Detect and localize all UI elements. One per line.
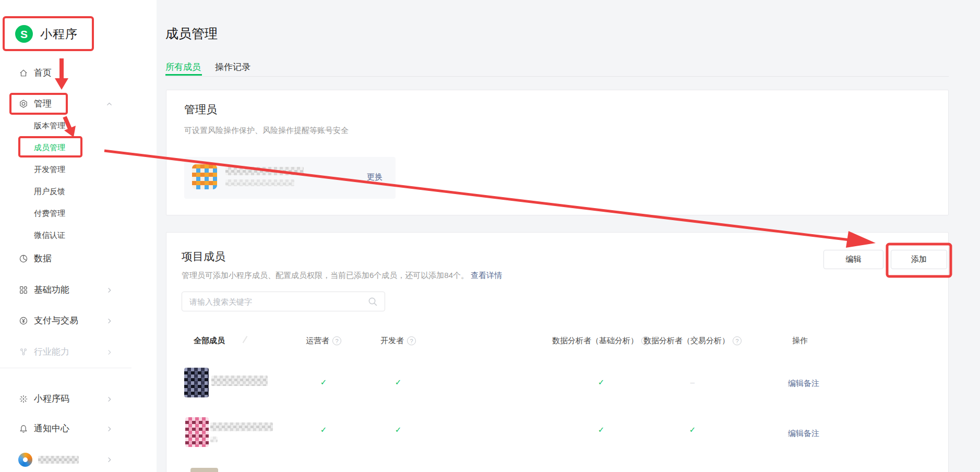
tabs-bottom-border xyxy=(165,76,949,77)
sidebar-item-label: 管理 xyxy=(34,99,52,109)
sidebar-item-label: 支付与交易 xyxy=(34,316,78,326)
sidebar-item-member-manage[interactable]: 成员管理 xyxy=(34,143,65,152)
sidebar-item-data[interactable]: 数据 xyxy=(19,253,52,264)
column-header-operator: 运营者 ? xyxy=(306,336,341,346)
sidebar-divider xyxy=(0,368,132,368)
sidebar-item-notification-center[interactable]: 通知中心 xyxy=(19,423,69,434)
admin-section-title: 管理员 xyxy=(184,102,217,117)
check-icon: ✓ xyxy=(689,425,696,434)
page-title: 成员管理 xyxy=(165,25,218,42)
dash-icon: – xyxy=(690,378,695,386)
search-icon xyxy=(367,296,378,307)
search-input[interactable] xyxy=(182,292,385,311)
sidebar-item-version-manage[interactable]: 版本管理 xyxy=(34,122,65,130)
sidebar-item-label: 数据 xyxy=(34,253,52,264)
sidebar-item-pay-manage[interactable]: 付费管理 xyxy=(34,209,65,217)
redacted-account-name xyxy=(38,456,79,464)
chevron-right-icon xyxy=(105,317,113,325)
nodes-icon xyxy=(19,347,28,357)
view-details-link[interactable]: 查看详情 xyxy=(471,271,502,280)
redacted-member-name xyxy=(210,422,273,431)
chevron-right-icon xyxy=(105,286,113,294)
column-header-developer: 开发者 ? xyxy=(380,336,416,346)
help-icon[interactable]: ? xyxy=(407,336,416,345)
home-icon xyxy=(19,68,28,78)
admin-avatar xyxy=(192,164,217,189)
yuan-circle-icon xyxy=(19,316,28,325)
sidebar-item-payment[interactable]: 支付与交易 xyxy=(19,316,78,326)
chevron-up-icon[interactable] xyxy=(105,100,113,108)
help-icon[interactable]: ? xyxy=(733,336,742,345)
column-header-action: 操作 xyxy=(792,336,808,346)
column-header-analyst-basic: 数据分析者（基础分析） ? xyxy=(552,336,650,346)
sidebar-item-user-feedback[interactable]: 用户反馈 xyxy=(34,187,65,196)
redacted-member-id xyxy=(210,437,218,442)
redacted-admin-id xyxy=(225,179,294,186)
check-icon: ✓ xyxy=(320,378,327,387)
sidebar-item-industry[interactable]: 行业能力 xyxy=(19,347,69,357)
starburst-icon xyxy=(19,394,28,404)
miniprogram-logo-icon: S xyxy=(15,25,33,43)
check-icon: ✓ xyxy=(320,425,327,434)
members-section-title: 项目成员 xyxy=(182,249,225,264)
sidebar-item-miniprogram-code[interactable]: 小程序码 xyxy=(19,394,69,404)
sidebar-item-label: 首页 xyxy=(34,68,52,78)
add-button[interactable]: 添加 xyxy=(891,250,947,269)
redacted-admin-name xyxy=(225,167,304,175)
thirdparty-logo-icon[interactable] xyxy=(18,453,32,467)
active-tab-underline xyxy=(165,74,202,76)
check-icon: ✓ xyxy=(598,378,605,387)
sidebar-item-wechat-verify[interactable]: 微信认证 xyxy=(34,231,65,239)
edit-note-link[interactable]: 编辑备注 xyxy=(788,379,819,389)
admin-section-description: 可设置风险操作保护、风险操作提醒等账号安全 xyxy=(184,126,349,136)
pie-chart-icon xyxy=(19,254,28,263)
help-icon[interactable]: ? xyxy=(332,336,341,345)
members-description-text: 管理员可添加小程序成员、配置成员权限，当前已添加6个成员，还可以添加84个。 xyxy=(182,271,469,280)
member-avatar xyxy=(185,417,209,447)
app-logo[interactable]: S 小程序 xyxy=(15,25,78,43)
sidebar-item-label: 小程序码 xyxy=(34,394,69,404)
tab-operation-log[interactable]: 操作记录 xyxy=(215,61,250,73)
sidebar-item-dev-manage[interactable]: 开发管理 xyxy=(34,165,65,174)
members-section-description: 管理员可添加小程序成员、配置成员权限，当前已添加6个成员，还可以添加84个。 查… xyxy=(182,271,502,281)
sidebar-item-home[interactable]: 首页 xyxy=(19,68,52,78)
change-admin-link[interactable]: 更换 xyxy=(367,172,383,182)
sidebar-item-label: 基础功能 xyxy=(34,285,69,295)
edit-note-link[interactable]: 编辑备注 xyxy=(788,429,819,439)
chevron-right-icon xyxy=(105,456,113,464)
app-logo-label: 小程序 xyxy=(40,26,78,42)
check-icon: ✓ xyxy=(395,425,402,434)
bell-icon xyxy=(19,424,28,433)
sidebar-item-basic-features[interactable]: 基础功能 xyxy=(19,285,69,295)
chevron-right-icon xyxy=(105,425,113,433)
edit-button[interactable]: 编辑 xyxy=(823,250,883,269)
sidebar-item-manage[interactable]: 管理 xyxy=(19,99,52,109)
check-icon: ✓ xyxy=(395,378,402,387)
column-header-all-members: 全部成员 xyxy=(194,336,225,346)
gear-icon xyxy=(19,99,28,108)
member-avatar xyxy=(190,468,218,472)
chevron-right-icon xyxy=(105,348,113,356)
sidebar-item-label: 行业能力 xyxy=(34,347,69,357)
redacted-member-name xyxy=(211,376,268,386)
grid-icon xyxy=(19,285,28,295)
sidebar-item-label: 通知中心 xyxy=(34,423,69,434)
column-header-analyst-trade: 数据分析者（交易分析） ? xyxy=(643,336,742,346)
chevron-right-icon xyxy=(105,395,113,403)
check-icon: ✓ xyxy=(598,425,605,434)
tab-all-members[interactable]: 所有成员 xyxy=(165,61,201,73)
sidebar: S 小程序 首页 管理 版本管理 成员管理 开发管理 用户反馈 付费管理 微信认… xyxy=(0,0,157,472)
member-avatar xyxy=(184,368,209,397)
